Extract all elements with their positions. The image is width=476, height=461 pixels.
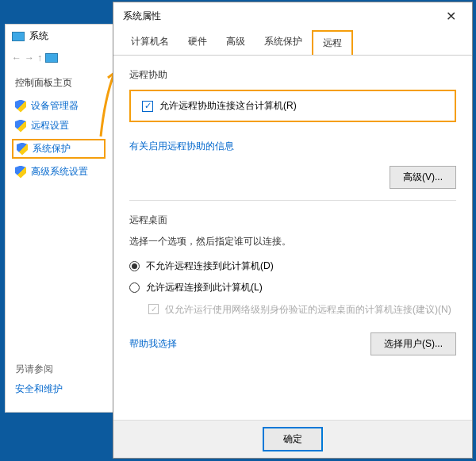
- remote-desktop-label: 远程桌面: [129, 213, 456, 227]
- radio-label: 允许远程连接到此计算机(L): [146, 281, 263, 294]
- system-properties-dialog: 系统属性 ✕ 计算机名 硬件 高级 系统保护 远程 远程协助 ✓ 允许远程协助连…: [113, 2, 473, 459]
- ok-button[interactable]: 确定: [263, 427, 323, 451]
- radio-icon[interactable]: [129, 282, 140, 293]
- dialog-footer: 确定: [113, 420, 472, 458]
- sidebar-item-label: 远程设置: [31, 119, 69, 133]
- panel-title: 控制面板主页: [15, 76, 106, 90]
- tab-system-protection[interactable]: 系统保护: [255, 30, 312, 55]
- separator: [129, 200, 456, 201]
- checkbox-label: 允许远程协助连接这台计算机(R): [159, 99, 297, 113]
- remote-assist-info-link[interactable]: 有关启用远程协助的信息: [129, 140, 234, 153]
- remote-assist-label: 远程协助: [129, 68, 456, 82]
- checkbox-icon: ✓: [148, 304, 159, 314]
- tab-remote[interactable]: 远程: [312, 30, 353, 55]
- sidebar-item-device-manager[interactable]: 设备管理器: [15, 99, 106, 113]
- select-users-button[interactable]: 选择用户(S)...: [370, 332, 456, 355]
- nla-checkbox-row: ✓ 仅允许运行使用网络级别身份验证的远程桌面的计算机连接(建议)(N): [148, 302, 456, 317]
- breadcrumb[interactable]: ← → ↑: [6, 48, 115, 68]
- control-panel-window: 系统 ← → ↑ 控制面板主页 设备管理器 远程设置 系统保护 高级系统设置 另…: [5, 24, 116, 413]
- tab-advanced[interactable]: 高级: [217, 30, 255, 55]
- tab-computer-name[interactable]: 计算机名: [121, 30, 178, 55]
- shield-icon: [17, 143, 28, 156]
- sidebar-item-remote-settings[interactable]: 远程设置: [15, 119, 106, 133]
- panel-body: 控制面板主页 设备管理器 远程设置 系统保护 高级系统设置: [6, 68, 115, 193]
- shield-icon: [15, 166, 26, 179]
- sidebar-item-label: 系统保护: [33, 142, 71, 156]
- shield-icon: [15, 100, 26, 113]
- radio-disallow-remote[interactable]: 不允许远程连接到此计算机(D): [129, 259, 456, 273]
- radio-allow-remote[interactable]: 允许远程连接到此计算机(L): [129, 281, 456, 294]
- checkbox-icon[interactable]: ✓: [142, 101, 153, 112]
- footer-title: 另请参阅: [15, 363, 63, 376]
- bottom-row: 帮助我选择 选择用户(S)...: [129, 332, 456, 355]
- up-arrow-icon[interactable]: ↑: [37, 52, 42, 63]
- radio-icon[interactable]: [129, 261, 140, 271]
- advanced-button[interactable]: 高级(V)...: [390, 166, 456, 189]
- dialog-content: 远程协助 ✓ 允许远程协助连接这台计算机(R) 有关启用远程协助的信息 高级(V…: [113, 56, 472, 368]
- tab-hardware[interactable]: 硬件: [178, 30, 217, 55]
- forward-arrow-icon[interactable]: →: [25, 52, 34, 63]
- close-icon[interactable]: ✕: [440, 9, 463, 24]
- radio-label: 不允许远程连接到此计算机(D): [146, 259, 274, 273]
- shield-icon: [15, 120, 26, 133]
- sidebar-item-label: 高级系统设置: [31, 165, 88, 179]
- tab-bar: 计算机名 硬件 高级 系统保护 远程: [113, 30, 472, 56]
- footer-link[interactable]: 安全和维护: [15, 382, 63, 396]
- monitor-icon: [12, 32, 25, 41]
- sidebar-item-label: 设备管理器: [31, 99, 79, 113]
- sidebar-item-system-protection[interactable]: 系统保护: [12, 139, 106, 159]
- remote-assist-checkbox-row[interactable]: ✓ 允许远程协助连接这台计算机(R): [129, 90, 456, 122]
- monitor-icon: [45, 53, 58, 63]
- panel-footer: 另请参阅 安全和维护: [15, 363, 63, 396]
- panel-header-text: 系统: [29, 29, 48, 43]
- dialog-title: 系统属性: [123, 10, 161, 23]
- help-link[interactable]: 帮助我选择: [129, 337, 177, 351]
- dialog-titlebar: 系统属性 ✕: [113, 2, 472, 30]
- remote-desktop-desc: 选择一个选项，然后指定谁可以连接。: [129, 235, 456, 248]
- checkbox-label: 仅允许运行使用网络级别身份验证的远程桌面的计算机连接(建议)(N): [165, 302, 451, 317]
- panel-header: 系统: [6, 25, 115, 48]
- sidebar-item-advanced-settings[interactable]: 高级系统设置: [15, 165, 106, 179]
- back-arrow-icon[interactable]: ←: [12, 52, 21, 63]
